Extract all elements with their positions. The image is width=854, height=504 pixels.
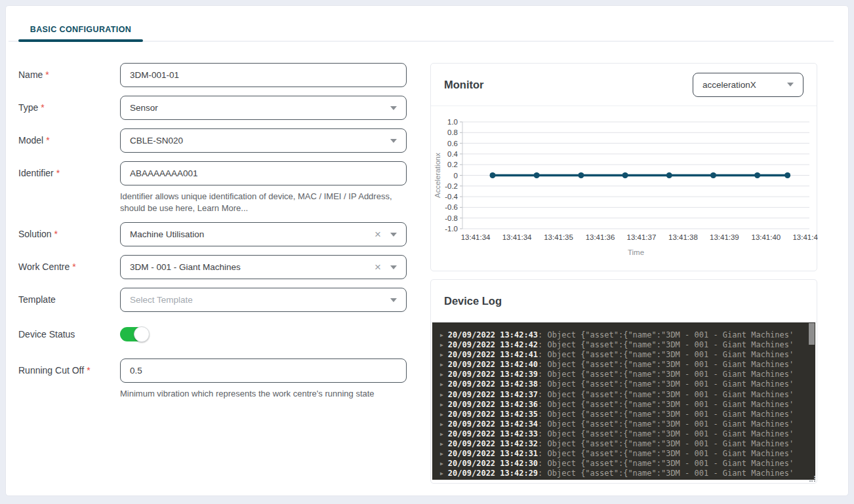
svg-text:13:41:41: 13:41:41 [792, 233, 818, 241]
work-centre-select[interactable]: 3DM - 001 - Giant Machines × [120, 255, 407, 279]
device-status-toggle[interactable] [120, 327, 149, 341]
required-asterisk: * [46, 135, 49, 145]
log-entry[interactable]: ▶20/09/2022 13:42:32: Object {"asset":{"… [440, 439, 815, 449]
required-asterisk: * [45, 69, 49, 80]
main-card: BASIC CONFIGURATION Name* 3DM-001-01 Typ… [5, 5, 849, 496]
device-log-console[interactable]: ▶20/09/2022 13:42:43: Object {"asset":{"… [432, 322, 815, 480]
template-select[interactable]: Select Template [120, 288, 407, 312]
svg-text:1.0: 1.0 [447, 118, 458, 126]
toggle-knob [134, 326, 150, 342]
monitor-title: Monitor [444, 79, 483, 91]
device-form: Name* 3DM-001-01 Type* Sensor Model* CBL… [18, 63, 415, 417]
svg-text:13:41:38: 13:41:38 [668, 233, 698, 241]
svg-text:0.2: 0.2 [447, 161, 458, 168]
required-asterisk: * [72, 262, 75, 272]
expand-arrow-icon[interactable]: ▶ [440, 381, 443, 387]
svg-text:13:41:35: 13:41:35 [544, 233, 573, 241]
resize-grip-icon[interactable] [809, 476, 815, 482]
expand-arrow-icon[interactable]: ▶ [440, 402, 443, 408]
device-log-title: Device Log [444, 295, 502, 307]
svg-text:13:41:34: 13:41:34 [502, 233, 532, 241]
running-cut-off-input[interactable]: 0.5 [120, 359, 407, 383]
name-label: Name* [18, 63, 49, 87]
monitor-panel: Monitor accelerationX 1.00.80.60.40.20-0… [430, 63, 817, 271]
expand-arrow-icon[interactable]: ▶ [440, 342, 443, 348]
log-entry[interactable]: ▶20/09/2022 13:42:41: Object {"asset":{"… [440, 350, 815, 360]
tab-basic-configuration[interactable]: BASIC CONFIGURATION [18, 22, 143, 37]
required-asterisk: * [41, 102, 44, 113]
required-asterisk: * [54, 229, 58, 239]
learn-more-link[interactable]: Learn More... [197, 203, 248, 213]
log-list: ▶20/09/2022 13:42:43: Object {"asset":{"… [440, 330, 815, 478]
expand-arrow-icon[interactable]: ▶ [440, 471, 443, 476]
expand-arrow-icon[interactable]: ▶ [440, 392, 443, 398]
expand-arrow-icon[interactable]: ▶ [440, 421, 443, 427]
device-log-header: Device Log [431, 280, 817, 322]
svg-text:Accelerationx: Accelerationx [434, 153, 441, 198]
svg-text:0.4: 0.4 [447, 150, 458, 158]
metric-select[interactable]: accelerationX [693, 73, 803, 97]
solution-label: Solution* [18, 222, 58, 246]
log-entry[interactable]: ▶20/09/2022 13:42:34: Object {"asset":{"… [440, 419, 815, 429]
expand-arrow-icon[interactable]: ▶ [440, 431, 443, 437]
expand-arrow-icon[interactable]: ▶ [440, 461, 443, 467]
chevron-down-icon [390, 106, 397, 110]
identifier-help-text: Identifier allows unique identification … [120, 191, 414, 214]
expand-arrow-icon[interactable]: ▶ [440, 332, 443, 338]
tab-label: BASIC CONFIGURATION [30, 25, 132, 34]
log-entry[interactable]: ▶20/09/2022 13:42:35: Object {"asset":{"… [440, 410, 815, 419]
log-entry[interactable]: ▶20/09/2022 13:42:31: Object {"asset":{"… [440, 449, 815, 459]
log-entry[interactable]: ▶20/09/2022 13:42:36: Object {"asset":{"… [440, 400, 815, 410]
svg-text:-0.6: -0.6 [445, 203, 458, 211]
svg-text:13:41:39: 13:41:39 [710, 233, 739, 241]
active-tab-indicator [18, 39, 143, 42]
log-entry[interactable]: ▶20/09/2022 13:42:37: Object {"asset":{"… [440, 390, 815, 400]
acceleration-chart: 1.00.80.60.40.20-0.2-0.4-0.6-0.8-1.013:4… [431, 107, 818, 271]
required-asterisk: * [87, 365, 90, 376]
chevron-down-icon [390, 265, 397, 269]
device-status-label: Device Status [18, 327, 75, 341]
svg-text:13:41:36: 13:41:36 [586, 233, 615, 241]
svg-text:0.8: 0.8 [447, 128, 458, 136]
clear-icon[interactable]: × [375, 262, 381, 273]
log-entry[interactable]: ▶20/09/2022 13:42:40: Object {"asset":{"… [440, 360, 815, 370]
log-entry[interactable]: ▶20/09/2022 13:42:39: Object {"asset":{"… [440, 370, 815, 379]
identifier-input[interactable]: ABAAAAAAA001 [120, 161, 407, 185]
chevron-down-icon [390, 298, 397, 302]
required-asterisk: * [56, 168, 60, 178]
expand-arrow-icon[interactable]: ▶ [440, 451, 443, 457]
log-entry[interactable]: ▶20/09/2022 13:42:29: Object {"asset":{"… [440, 469, 815, 478]
svg-text:13:41:37: 13:41:37 [627, 233, 657, 241]
running-cut-off-help-text: Minimum vibration which represents the w… [120, 388, 414, 400]
svg-text:Time: Time [628, 248, 644, 256]
solution-select[interactable]: Machine Utilisation × [120, 222, 407, 246]
log-entry[interactable]: ▶20/09/2022 13:42:42: Object {"asset":{"… [440, 340, 815, 350]
type-select[interactable]: Sensor [120, 96, 407, 120]
chevron-down-icon [390, 139, 397, 143]
log-entry[interactable]: ▶20/09/2022 13:42:30: Object {"asset":{"… [440, 459, 815, 469]
log-entry[interactable]: ▶20/09/2022 13:42:33: Object {"asset":{"… [440, 429, 815, 439]
console-scrollbar[interactable] [809, 323, 815, 345]
expand-arrow-icon[interactable]: ▶ [440, 362, 443, 368]
svg-text:13:41:34: 13:41:34 [461, 233, 491, 241]
log-entry[interactable]: ▶20/09/2022 13:42:38: Object {"asset":{"… [440, 379, 815, 389]
log-entry[interactable]: ▶20/09/2022 13:42:43: Object {"asset":{"… [440, 330, 815, 340]
svg-text:0: 0 [454, 172, 458, 180]
work-centre-label: Work Centre* [18, 255, 76, 279]
svg-text:-0.4: -0.4 [445, 193, 458, 201]
svg-text:-0.8: -0.8 [445, 214, 458, 222]
svg-text:0.6: 0.6 [447, 140, 458, 147]
svg-text:-0.2: -0.2 [445, 182, 458, 190]
expand-arrow-icon[interactable]: ▶ [440, 352, 443, 358]
chevron-down-icon [390, 233, 397, 237]
name-input[interactable]: 3DM-001-01 [120, 63, 407, 87]
clear-icon[interactable]: × [375, 229, 381, 240]
model-select[interactable]: CBLE-SN020 [120, 128, 407, 153]
model-label: Model* [18, 128, 50, 153]
device-log-panel: Device Log ▶20/09/2022 13:42:43: Object … [430, 279, 817, 484]
type-label: Type* [18, 96, 45, 120]
expand-arrow-icon[interactable]: ▶ [440, 372, 443, 378]
expand-arrow-icon[interactable]: ▶ [440, 412, 443, 417]
template-label: Template [18, 288, 56, 312]
expand-arrow-icon[interactable]: ▶ [440, 441, 443, 447]
